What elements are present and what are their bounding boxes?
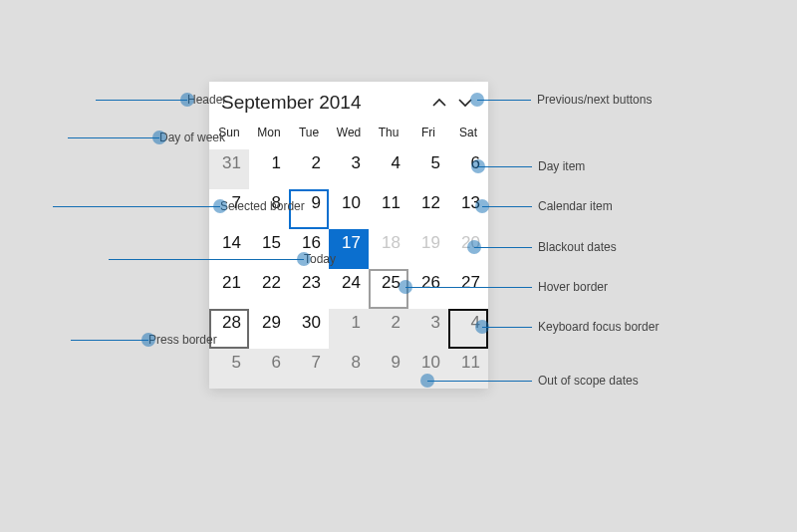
header-title[interactable]: September 2014: [221, 92, 426, 114]
callout-label: Hover border: [538, 280, 608, 294]
day-cell[interactable]: 5: [209, 349, 249, 389]
day-cell[interactable]: 1: [249, 149, 289, 189]
callout-label: Calendar item: [538, 199, 613, 213]
callout-press: Press border: [65, 333, 217, 347]
dow-cell: Fri: [408, 124, 448, 145]
callout-focus: Keyboard focus border: [482, 320, 659, 334]
day-grid: 3112345678910111213141516171819202122232…: [209, 149, 488, 389]
day-cell[interactable]: 1: [329, 309, 369, 349]
callout-blackout: Blackout dates: [474, 240, 617, 254]
day-cell[interactable]: 11: [369, 189, 408, 229]
day-cell[interactable]: 12: [408, 189, 448, 229]
callout-label: Previous/next buttons: [537, 93, 652, 107]
callout-label: Day item: [538, 159, 585, 173]
day-cell[interactable]: 21: [209, 269, 249, 309]
dow-cell: Tue: [289, 124, 329, 145]
day-of-week-row: SunMonTueWedThuFriSat: [209, 124, 488, 149]
callout-dayitem: Day item: [478, 159, 585, 173]
day-cell[interactable]: 9: [369, 349, 408, 389]
chevron-up-icon: [431, 95, 447, 111]
day-cell[interactable]: 6: [249, 349, 289, 389]
day-cell[interactable]: 2: [369, 309, 408, 349]
day-cell[interactable]: 30: [289, 309, 329, 349]
day-cell[interactable]: 24: [329, 269, 369, 309]
callout-selected: Selected border: [47, 199, 305, 213]
callout-header: Header: [90, 93, 226, 107]
callout-label: Press border: [148, 333, 217, 347]
callout-label: Blackout dates: [538, 240, 617, 254]
callout-label: Out of scope dates: [538, 374, 639, 388]
callout-label: Selected border: [220, 199, 305, 213]
callout-label: Day of week: [159, 131, 225, 144]
day-cell[interactable]: 2: [289, 149, 329, 189]
day-cell[interactable]: 23: [289, 269, 329, 309]
calendar-view: September 2014 SunMonTueWedThuFriSat 311…: [209, 82, 488, 389]
day-cell[interactable]: 29: [249, 309, 289, 349]
callout-outofscope: Out of scope dates: [427, 374, 639, 388]
dow-cell: Wed: [329, 124, 369, 145]
dow-cell: Mon: [249, 124, 289, 145]
day-cell[interactable]: 5: [408, 149, 448, 189]
day-cell[interactable]: 10: [329, 189, 369, 229]
day-cell[interactable]: 31: [209, 149, 249, 189]
callout-label: Keyboard focus border: [538, 320, 659, 334]
callout-prevnext: Previous/next buttons: [477, 93, 652, 107]
day-cell[interactable]: 3: [329, 149, 369, 189]
day-cell[interactable]: 22: [249, 269, 289, 309]
callout-hover: Hover border: [405, 280, 608, 294]
day-cell[interactable]: 19: [408, 229, 448, 269]
day-cell[interactable]: 18: [369, 229, 408, 269]
callout-dow: Day of week: [62, 131, 225, 144]
day-cell[interactable]: 4: [369, 149, 408, 189]
calendar-header: September 2014: [209, 82, 488, 124]
callout-calitem: Calendar item: [482, 199, 613, 213]
day-cell[interactable]: 7: [289, 349, 329, 389]
prev-month-button[interactable]: [426, 90, 452, 116]
dow-cell: Thu: [369, 124, 408, 145]
dow-cell: Sat: [448, 124, 488, 145]
day-cell[interactable]: 8: [329, 349, 369, 389]
day-cell[interactable]: 3: [408, 309, 448, 349]
callout-today: Today: [103, 252, 336, 266]
